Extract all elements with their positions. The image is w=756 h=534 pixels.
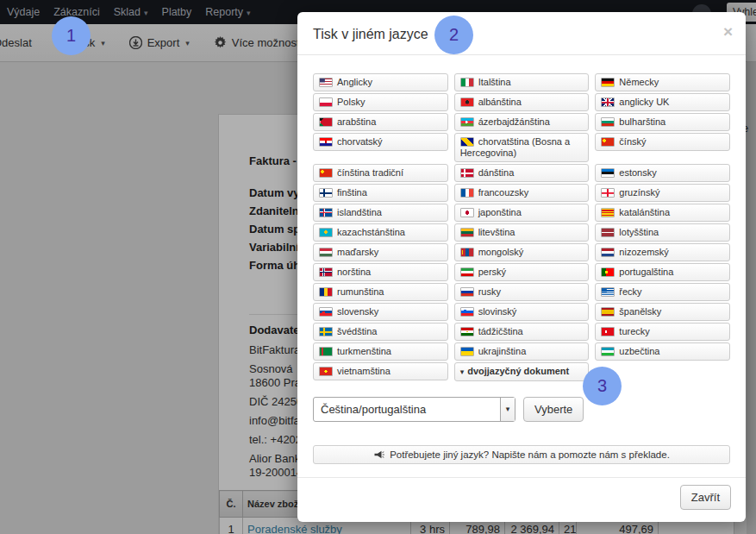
- language-label: portugalština: [619, 267, 673, 277]
- select-caret-icon: ▾: [500, 398, 515, 421]
- language-button-vietnamstina[interactable]: vietnamština: [313, 362, 448, 380]
- language-label: ázerbajdžánština: [478, 116, 550, 127]
- flag-se-icon: [319, 327, 333, 336]
- flag-ba-icon: [460, 137, 474, 147]
- language-button-azerbajdzanstina[interactable]: ázerbajdžánština: [454, 113, 590, 131]
- language-label: tádžičština: [478, 326, 523, 336]
- language-button-arabstina[interactable]: arabština: [313, 113, 448, 131]
- language-button-litevstina[interactable]: litevština: [454, 223, 590, 242]
- language-button-anglicky[interactable]: Anglicky: [313, 73, 448, 91]
- language-button-gruzinsky[interactable]: gruzínský: [595, 184, 730, 202]
- flag-tm-icon: [319, 347, 333, 356]
- language-label: ukrajinština: [478, 346, 527, 356]
- language-button-kazachstanstina[interactable]: kazachstánština: [313, 223, 448, 242]
- modal-title: Tisk v jiném jazyce: [313, 27, 428, 42]
- flag-si-icon: [460, 307, 474, 317]
- language-label: norština: [337, 267, 371, 277]
- flag-tj-icon: [460, 327, 474, 336]
- flag-tr-icon: [601, 327, 615, 336]
- language-button-danstina[interactable]: dánština: [454, 164, 590, 182]
- flag-kz-icon: [319, 228, 333, 237]
- language-button-turkmenstina[interactable]: turkmenština: [313, 342, 448, 361]
- language-button-japonstina[interactable]: japonština: [454, 204, 590, 222]
- language-button-rusky[interactable]: rusky: [454, 283, 590, 301]
- close-button[interactable]: Zavřít: [680, 485, 731, 510]
- language-label: maďarsky: [337, 247, 378, 257]
- language-pair-select[interactable]: Čeština/portugalština ▾: [313, 397, 515, 422]
- language-button-chorvatsky[interactable]: chorvatský: [313, 133, 448, 151]
- flag-is-icon: [319, 208, 333, 217]
- annotation-circle-1: 1: [52, 16, 91, 55]
- annotation-circle-3: 3: [583, 367, 622, 405]
- language-button-bulharstina[interactable]: bulharština: [595, 113, 730, 131]
- flag-fi-icon: [319, 188, 333, 198]
- language-label: chorvatský: [337, 136, 383, 147]
- language-button-spanelsky[interactable]: španělsky: [595, 303, 730, 321]
- language-button-recky[interactable]: řecky: [595, 283, 730, 301]
- selected-language-pair: Čeština/portugalština: [321, 403, 426, 416]
- bilingual-select-row: Čeština/portugalština ▾ Vyberte: [313, 397, 730, 422]
- language-button-ukrajinstina[interactable]: ukrajinština: [454, 342, 590, 361]
- translation-help-banner[interactable]: Potřebujete jiný jazyk? Napište nám a po…: [313, 445, 730, 464]
- language-button-islandstina[interactable]: islandština: [313, 204, 448, 222]
- language-label: dánština: [478, 167, 515, 178]
- language-button-polsky[interactable]: Polsky: [313, 93, 448, 111]
- language-label: islandština: [337, 207, 382, 217]
- language-button-norstina[interactable]: norština: [313, 263, 448, 281]
- chevron-down-icon: ▾: [460, 368, 465, 376]
- language-button-rumunstina[interactable]: rumunština: [313, 283, 448, 301]
- language-button-madarsky[interactable]: maďarsky: [313, 243, 448, 261]
- language-button-finstina[interactable]: finština: [313, 184, 448, 202]
- language-button-tadzicstina[interactable]: tádžičština: [454, 323, 590, 341]
- language-label: anglicky UK: [619, 97, 669, 107]
- annotation-circle-2: 2: [434, 16, 473, 54]
- flag-cn-icon: [601, 137, 615, 147]
- flag-it-icon: [460, 78, 474, 87]
- language-label: albánština: [478, 97, 522, 107]
- flag-hr-icon: [319, 137, 333, 147]
- language-button-svedstina[interactable]: švédština: [313, 323, 448, 341]
- language-label: litevština: [478, 227, 515, 237]
- language-label: Anglicky: [337, 77, 372, 87]
- language-button-turecky[interactable]: turecky: [595, 323, 730, 341]
- language-button-anglicky-uk[interactable]: anglicky UK: [595, 93, 730, 111]
- language-button-cinsky[interactable]: čínský: [595, 133, 730, 151]
- language-button-francouzsky[interactable]: francouzsky: [454, 184, 590, 202]
- language-label: perský: [478, 267, 506, 277]
- language-label: švédština: [337, 326, 377, 336]
- flag-cn-icon: [319, 168, 333, 178]
- language-button-italstina[interactable]: Italština: [454, 73, 590, 91]
- print-language-modal: Tisk v jiném jazyce × AnglickyItalštinaN…: [297, 12, 746, 522]
- translation-help-text: Potřebujete jiný jazyk? Napište nám a po…: [390, 449, 670, 460]
- language-label: uzbečtina: [619, 346, 659, 356]
- flag-fr-icon: [460, 188, 474, 198]
- flag-ru-icon: [460, 287, 474, 297]
- choose-button[interactable]: Vyberte: [523, 397, 584, 422]
- language-label: slovinský: [478, 306, 517, 317]
- language-button-persky[interactable]: perský: [454, 263, 590, 281]
- language-label: turkmenština: [337, 346, 391, 356]
- language-button-cinstina-tradicni[interactable]: čínština tradiční: [313, 164, 448, 182]
- language-button-dvojjazycny-dokument[interactable]: ▾dvojjazyčný dokument: [454, 362, 590, 381]
- language-button-nemecky[interactable]: Německy: [595, 73, 730, 91]
- flag-mn-icon: [460, 248, 474, 257]
- language-button-mongolsky[interactable]: mongolský: [454, 243, 590, 261]
- flag-bg-icon: [601, 117, 615, 127]
- language-button-portugalstina[interactable]: portugalština: [595, 263, 730, 281]
- language-button-katalanstina[interactable]: katalánština: [595, 204, 730, 222]
- language-button-slovensky[interactable]: slovensky: [313, 303, 448, 321]
- language-button-chorvatstina-bosna-a-hercegovina[interactable]: chorvatština (Bosna a Hercegovina): [454, 133, 590, 162]
- flag-ro-icon: [319, 287, 333, 297]
- megaphone-icon: [373, 450, 384, 460]
- flag-nl-icon: [601, 248, 615, 257]
- language-button-lotysstina[interactable]: lotyšština: [595, 223, 730, 242]
- language-button-estonsky[interactable]: estonsky: [595, 164, 730, 182]
- language-button-albanstina[interactable]: albánština: [454, 93, 590, 111]
- language-label: Polsky: [337, 97, 365, 107]
- language-button-nizozemsky[interactable]: nizozemský: [595, 243, 730, 261]
- language-button-slovinsky[interactable]: slovinský: [454, 303, 590, 321]
- close-icon[interactable]: ×: [723, 23, 733, 40]
- language-button-uzbectina[interactable]: uzbečtina: [595, 342, 730, 361]
- language-label: nizozemský: [619, 247, 668, 257]
- flag-lt-icon: [460, 228, 474, 237]
